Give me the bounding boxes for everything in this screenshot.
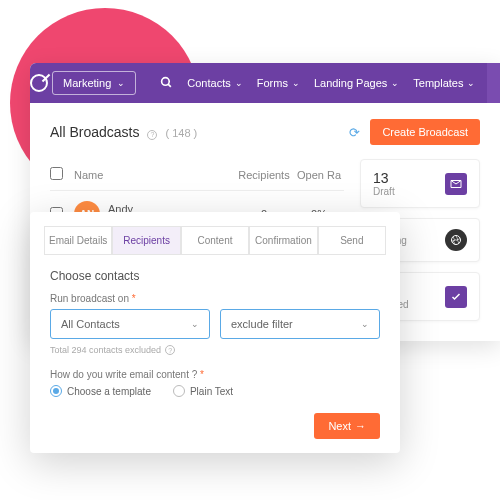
check-icon	[445, 286, 467, 308]
col-openrate: Open Ra	[294, 169, 344, 181]
svg-line-1	[168, 84, 171, 87]
chevron-down-icon: ⌄	[467, 78, 475, 88]
radio-dot-icon	[50, 385, 62, 397]
page-header: All Broadcasts ? ( 148 ) ⟳ Create Broadc…	[50, 119, 480, 145]
tab-content[interactable]: Content	[181, 226, 249, 254]
filter-select[interactable]: exclude filter⌄	[220, 309, 380, 339]
main-nav: Contacts⌄ Forms⌄ Landing Pages⌄ Template…	[187, 63, 500, 103]
nav-templates[interactable]: Templates⌄	[413, 77, 475, 89]
chevron-down-icon: ⌄	[292, 78, 300, 88]
info-icon[interactable]: ?	[165, 345, 175, 355]
tab-send[interactable]: Send	[318, 226, 386, 254]
topbar: Marketing ⌄ Contacts⌄ Forms⌄ Landing Pag…	[30, 63, 500, 103]
wizard-tabs: Email Details Recipients Content Confirm…	[44, 226, 386, 255]
contacts-select[interactable]: All Contacts⌄	[50, 309, 210, 339]
svg-point-0	[162, 77, 170, 85]
broadcast-count: ( 148 )	[165, 127, 197, 139]
search-icon[interactable]	[160, 76, 173, 91]
chevron-down-icon: ⌄	[235, 78, 243, 88]
nav-campaigns[interactable]: Campaigns⌄	[487, 63, 500, 103]
col-name: Name	[74, 169, 234, 181]
chevron-down-icon: ⌄	[117, 78, 125, 88]
mail-icon	[445, 173, 467, 195]
workspace-label: Marketing	[63, 77, 111, 89]
excluded-note: Total 294 contacts excluded?	[50, 345, 380, 355]
aperture-icon	[445, 229, 467, 251]
tab-recipients[interactable]: Recipients	[112, 226, 180, 254]
nav-landing-pages[interactable]: Landing Pages⌄	[314, 77, 399, 89]
chevron-down-icon: ⌄	[361, 319, 369, 329]
nav-contacts[interactable]: Contacts⌄	[187, 77, 242, 89]
table-header: Name Recipients Open Ra	[50, 159, 344, 191]
app-logo[interactable]	[30, 74, 48, 92]
workspace-selector[interactable]: Marketing ⌄	[52, 71, 136, 95]
page-title: All Broadcasts	[50, 124, 139, 140]
wizard-modal: Email Details Recipients Content Confirm…	[30, 212, 400, 453]
select-all-checkbox[interactable]	[50, 167, 63, 180]
arrow-right-icon: →	[355, 420, 366, 432]
radio-plaintext[interactable]: Plain Text	[173, 385, 233, 397]
tab-email-details[interactable]: Email Details	[44, 226, 112, 254]
wizard-title: Choose contacts	[50, 269, 380, 283]
chevron-down-icon: ⌄	[391, 78, 399, 88]
nav-forms[interactable]: Forms⌄	[257, 77, 300, 89]
tab-confirmation[interactable]: Confirmation	[249, 226, 317, 254]
radio-dot-icon	[173, 385, 185, 397]
next-button[interactable]: Next→	[314, 413, 380, 439]
info-icon[interactable]: ?	[147, 130, 157, 140]
col-recipients: Recipients	[234, 169, 294, 181]
content-question: How do you write email content ? *	[50, 369, 380, 380]
stat-card-draft[interactable]: 13Draft	[360, 159, 480, 208]
chevron-down-icon: ⌄	[191, 319, 199, 329]
radio-template[interactable]: Choose a template	[50, 385, 151, 397]
target-icon	[30, 74, 48, 92]
refresh-icon[interactable]: ⟳	[349, 125, 360, 140]
create-broadcast-button[interactable]: Create Broadcast	[370, 119, 480, 145]
run-on-label: Run broadcast on *	[50, 293, 380, 304]
